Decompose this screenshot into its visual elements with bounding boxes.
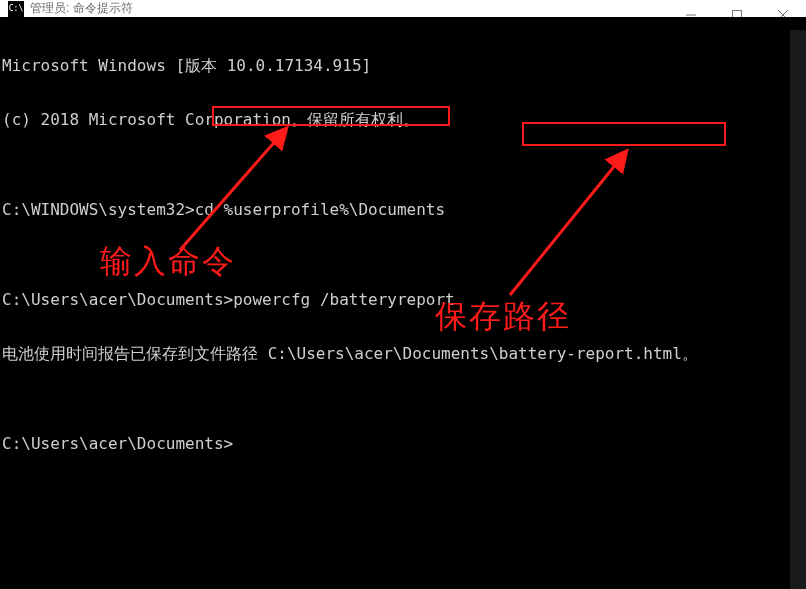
titlebar[interactable]: C:\ 管理员: 命令提示符 — [0, 0, 806, 17]
cmd-icon-text: C:\ — [9, 4, 23, 13]
terminal-line: C:\WINDOWS\system32>cd %userprofile%\Doc… — [2, 201, 804, 219]
typed-command: cd %userprofile%\Documents — [195, 200, 445, 219]
vertical-scrollbar[interactable] — [790, 30, 806, 589]
terminal-line: C:\Users\acer\Documents> — [2, 435, 804, 453]
annotation-arrow-command — [170, 125, 300, 255]
svg-line-4 — [180, 130, 285, 250]
prompt: C:\Users\acer\Documents> — [2, 290, 233, 309]
typed-command: powercfg /batteryreport — [233, 290, 455, 309]
output-text: 电池使用时间报告已保存到文件路径 C:\Users\acer\Documents… — [2, 344, 499, 363]
terminal-line: C:\Users\acer\Documents>powercfg /batter… — [2, 291, 804, 309]
terminal-line: Microsoft Windows [版本 10.0.17134.915] — [2, 57, 804, 75]
cmd-icon: C:\ — [8, 1, 24, 17]
terminal-area[interactable]: Microsoft Windows [版本 10.0.17134.915] (c… — [0, 17, 806, 589]
prompt: C:\WINDOWS\system32> — [2, 200, 195, 219]
output-text: 。 — [682, 344, 698, 363]
output-filename: battery-report.html — [499, 344, 682, 363]
annotation-arrow-savepath — [500, 145, 640, 300]
window-title: 管理员: 命令提示符 — [30, 0, 133, 17]
terminal-line: 电池使用时间报告已保存到文件路径 C:\Users\acer\Documents… — [2, 345, 804, 363]
annotation-label-savepath: 保存路径 — [435, 307, 571, 325]
svg-line-5 — [510, 153, 625, 295]
prompt: C:\Users\acer\Documents> — [2, 434, 233, 453]
annotation-label-command: 输入命令 — [100, 252, 236, 270]
terminal-line: (c) 2018 Microsoft Corporation。保留所有权利。 — [2, 111, 804, 129]
window: C:\ 管理员: 命令提示符 Microsoft Windows [版本 10.… — [0, 0, 806, 589]
